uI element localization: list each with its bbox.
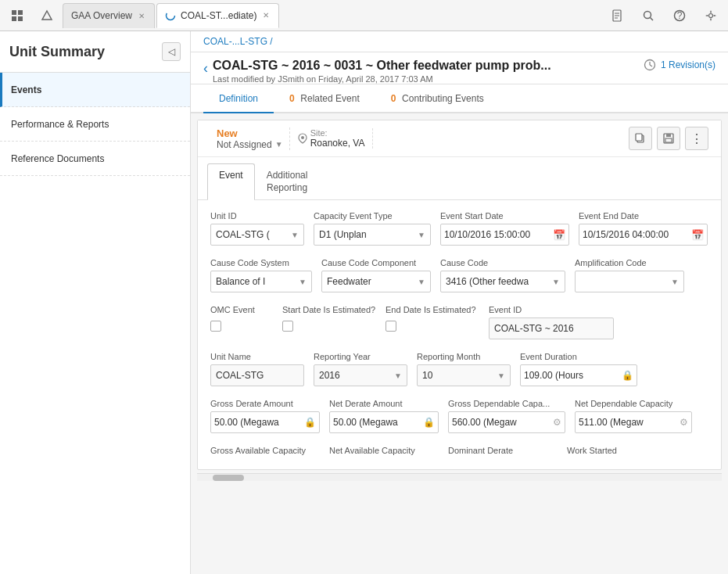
field-start-date-estimated: Start Date Is Estimated? bbox=[282, 305, 376, 332]
h-scrollbar-thumb[interactable] bbox=[213, 475, 244, 481]
status-assigned-label: Not Assigned bbox=[217, 139, 272, 150]
event-start-date-input[interactable]: 10/10/2016 15:00:00 📅 bbox=[440, 224, 569, 246]
reporting-month-label: Reporting Month bbox=[417, 352, 511, 361]
content-tab-row: Definition 0 Related Event 0 Contributin… bbox=[191, 84, 728, 113]
svg-point-10 bbox=[644, 11, 651, 18]
tab-gaa-overview[interactable]: GAA Overview ✕ bbox=[63, 3, 155, 28]
amplification-code-select[interactable]: ▼ bbox=[575, 271, 684, 292]
event-duration-input[interactable]: 109.00 (Hours 🔒 bbox=[520, 364, 637, 386]
svg-point-5 bbox=[167, 11, 175, 20]
svg-line-11 bbox=[651, 17, 654, 20]
end-date-estimated-checkbox[interactable] bbox=[386, 321, 396, 332]
capacity-event-type-arrow: ▼ bbox=[418, 231, 425, 239]
fields-row-1: Unit ID COAL-STG ( ▼ Capacity Event Type… bbox=[210, 211, 708, 246]
net-dependable-capacity-input[interactable]: 511.00 (Megaw ⚙ bbox=[575, 411, 692, 433]
svg-rect-0 bbox=[12, 10, 16, 15]
svg-rect-22 bbox=[666, 134, 671, 137]
start-date-estimated-checkbox[interactable] bbox=[282, 321, 293, 332]
settings-icon[interactable] bbox=[697, 2, 725, 30]
top-bar-right-icons: ? bbox=[603, 2, 725, 30]
gross-derate-amount-input[interactable]: 50.00 (Megawa 🔒 bbox=[210, 411, 320, 433]
copy-button[interactable] bbox=[629, 127, 652, 150]
fields-container: Unit ID COAL-STG ( ▼ Capacity Event Type… bbox=[198, 200, 721, 469]
triangle-icon[interactable] bbox=[33, 2, 61, 30]
cause-code-system-select[interactable]: Balance of I ▼ bbox=[210, 271, 312, 292]
main-area: Unit Summary ◁ Events Performance & Repo… bbox=[0, 31, 728, 574]
breadcrumb-link[interactable]: COAL-...L-STG / bbox=[203, 36, 273, 47]
unit-name-input: COAL-STG bbox=[210, 364, 304, 386]
status-bar: New Not Assigned ▼ Site: Roanoke, VA bbox=[198, 120, 721, 157]
dominant-derate-label: Dominant Derate bbox=[448, 446, 558, 455]
svg-line-17 bbox=[650, 65, 652, 66]
net-available-capacity-label: Net Available Capacity bbox=[329, 446, 439, 455]
capacity-event-type-select[interactable]: D1 (Unplan ▼ bbox=[314, 224, 431, 246]
gross-derate-amount-label: Gross Derate Amount bbox=[210, 399, 320, 408]
loading-spinner-icon bbox=[165, 10, 176, 21]
reporting-year-label: Reporting Year bbox=[314, 352, 407, 361]
amplification-code-label: Amplification Code bbox=[575, 258, 684, 267]
tab-definition[interactable]: Definition bbox=[203, 84, 274, 113]
search-icon[interactable] bbox=[634, 2, 662, 30]
calculator-icon: 🔒 bbox=[622, 370, 633, 381]
event-end-date-input[interactable]: 10/15/2016 04:00:00 📅 bbox=[579, 224, 708, 246]
sidebar-item-reference-documents[interactable]: Reference Documents bbox=[0, 142, 190, 176]
fields-row-2: Cause Code System Balance of I ▼ Cause C… bbox=[210, 258, 708, 292]
field-net-dependable-capacity: Net Dependable Capacity 511.00 (Megaw ⚙ bbox=[575, 399, 692, 433]
cause-code-select[interactable]: 3416 (Other feedwa ▼ bbox=[440, 271, 565, 292]
unit-name-label: Unit Name bbox=[210, 352, 304, 361]
unit-id-select[interactable]: COAL-STG ( ▼ bbox=[210, 224, 304, 246]
back-arrow[interactable]: ‹ bbox=[203, 60, 208, 77]
reporting-year-select[interactable]: 2016 ▼ bbox=[314, 364, 407, 386]
site-value: Roanoke, VA bbox=[310, 138, 365, 149]
field-work-started: Work Started bbox=[567, 446, 676, 455]
sidebar-collapse-button[interactable]: ◁ bbox=[162, 42, 181, 61]
field-unit-name: Unit Name COAL-STG bbox=[210, 352, 304, 386]
field-omc-event: OMC Event bbox=[210, 305, 273, 332]
inner-tab-additional-reporting[interactable]: AdditionalReporting bbox=[255, 163, 320, 199]
calc-icon-2: 🔒 bbox=[423, 417, 435, 428]
gross-dependable-capacity-input[interactable]: 560.00 (Megaw ⚙ bbox=[448, 411, 565, 433]
svg-point-14 bbox=[709, 13, 713, 17]
document-icon[interactable] bbox=[603, 2, 631, 30]
tab-close-gaa[interactable]: ✕ bbox=[137, 10, 146, 22]
horizontal-scrollbar[interactable] bbox=[197, 473, 722, 481]
tab-close-coal[interactable]: ✕ bbox=[261, 9, 271, 21]
tab-contributing-events[interactable]: 0 Contributing Events bbox=[375, 84, 500, 113]
field-cause-code-system: Cause Code System Balance of I ▼ bbox=[210, 258, 312, 292]
tab-related-event[interactable]: 0 Related Event bbox=[274, 84, 375, 113]
event-id-input: COAL-STG ~ 2016 bbox=[489, 317, 614, 339]
reporting-month-select[interactable]: 10 ▼ bbox=[417, 364, 511, 386]
omc-event-checkbox[interactable] bbox=[210, 321, 221, 332]
omc-event-label: OMC Event bbox=[210, 305, 273, 314]
field-reporting-month: Reporting Month 10 ▼ bbox=[417, 352, 511, 386]
cause-code-component-select[interactable]: Feedwater ▼ bbox=[321, 271, 431, 292]
svg-rect-20 bbox=[636, 134, 642, 141]
sidebar-item-performance-reports[interactable]: Performance & Reports bbox=[0, 107, 190, 142]
field-reporting-year: Reporting Year 2016 ▼ bbox=[314, 352, 407, 386]
sidebar-item-events[interactable]: Events bbox=[0, 73, 190, 107]
field-cause-code: Cause Code 3416 (Other feedwa ▼ bbox=[440, 258, 565, 292]
event-duration-label: Event Duration bbox=[520, 352, 637, 361]
work-started-label: Work Started bbox=[567, 446, 676, 455]
record-info: COAL-STG ~ 2016 ~ 0031 ~ Other feedwater… bbox=[213, 59, 644, 84]
revision-count[interactable]: 1 Revision(s) bbox=[661, 59, 715, 70]
status-dropdown[interactable]: New Not Assigned ▼ bbox=[210, 127, 290, 150]
unit-id-label: Unit ID bbox=[210, 211, 304, 221]
save-button[interactable] bbox=[657, 127, 680, 150]
record-subtitle: Last modified by JSmith on Friday, April… bbox=[213, 74, 644, 84]
more-actions-button[interactable]: ⋮ bbox=[685, 127, 708, 150]
fields-row-5: Gross Derate Amount 50.00 (Megawa 🔒 Net … bbox=[210, 399, 708, 433]
fields-row-6: Gross Available Capacity Net Available C… bbox=[210, 446, 708, 458]
tab-coal-st[interactable]: COAL-ST...ediate) ✕ bbox=[156, 3, 279, 28]
field-capacity-event-type: Capacity Event Type D1 (Unplan ▼ bbox=[314, 211, 431, 246]
help-icon[interactable]: ? bbox=[665, 2, 694, 30]
inner-tab-event[interactable]: Event bbox=[207, 163, 255, 200]
event-start-date-label: Event Start Date bbox=[440, 211, 569, 221]
svg-rect-1 bbox=[18, 10, 23, 15]
calc-icon-4: ⚙ bbox=[680, 417, 688, 428]
grid-icon[interactable] bbox=[3, 2, 31, 30]
record-title: COAL-STG ~ 2016 ~ 0031 ~ Other feedwater… bbox=[213, 59, 644, 73]
calc-icon-1: 🔒 bbox=[304, 417, 316, 428]
clock-icon bbox=[644, 59, 656, 71]
net-derate-amount-input[interactable]: 50.00 (Megawa 🔒 bbox=[329, 411, 439, 433]
